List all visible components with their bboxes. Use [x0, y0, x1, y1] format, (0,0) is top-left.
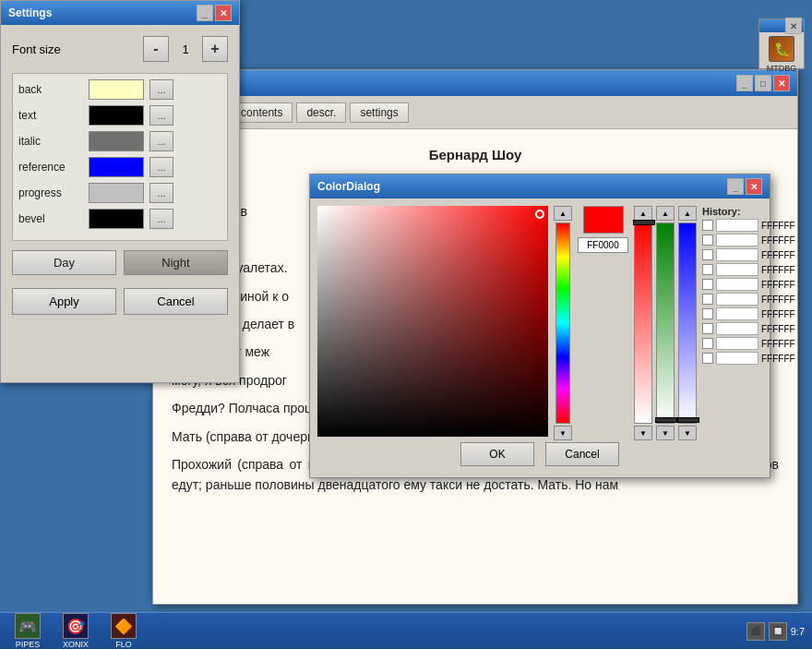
- color-swatch-reference[interactable]: [89, 157, 144, 177]
- font-size-row: Font size - 1 +: [12, 36, 228, 62]
- slider-r-track[interactable]: [634, 222, 652, 424]
- slider-g-column: ▲ ▼: [656, 206, 675, 442]
- history-hex-7: FFFFFF: [761, 324, 795, 334]
- pipes-icon: 🎮: [15, 613, 41, 639]
- reader-title: 0.7: [161, 77, 734, 90]
- xonix-icon: 🎯: [63, 613, 89, 639]
- history-row-1: FFFFFF: [702, 234, 795, 246]
- color-dialog-title: ColorDialog: [317, 180, 725, 193]
- history-swatch-3[interactable]: [716, 263, 758, 276]
- color-label-back: back: [18, 83, 83, 96]
- color-swatch-back[interactable]: [89, 79, 144, 100]
- history-check-8[interactable]: [702, 338, 713, 349]
- settings-minimize-btn[interactable]: _: [197, 5, 213, 21]
- color-more-back[interactable]: ...: [149, 79, 173, 100]
- mtdbg-body: 🐛 MTDBG: [765, 32, 799, 75]
- color-more-text[interactable]: ...: [149, 105, 173, 126]
- history-check-4[interactable]: [702, 279, 713, 290]
- reader-maximize-btn[interactable]: □: [755, 75, 771, 91]
- settings-btn[interactable]: settings: [350, 102, 408, 123]
- history-swatch-1[interactable]: [716, 234, 758, 246]
- tray-icon-0[interactable]: ⬛: [746, 622, 765, 641]
- settings-window: Settings _ ✕ Font size - 1 + back ...: [0, 0, 240, 383]
- color-label-progress: progress: [18, 186, 83, 199]
- rainbow-container: ▲ ▼: [554, 206, 572, 442]
- history-hex-1: FFFFFF: [761, 235, 795, 246]
- settings-close-btn[interactable]: ✕: [215, 5, 232, 21]
- history-row-0: FFFFFF: [702, 219, 795, 232]
- day-night-row: Day Night: [12, 250, 228, 275]
- color-more-reference[interactable]: ...: [149, 157, 173, 177]
- history-swatch-2[interactable]: [716, 248, 758, 261]
- history-swatch-0[interactable]: [716, 219, 758, 232]
- color-dialog-minimize-btn[interactable]: _: [727, 178, 744, 195]
- history-hex-8: FFFFFF: [761, 339, 795, 349]
- reader-minimize-btn[interactable]: _: [736, 75, 753, 91]
- font-decrease-btn[interactable]: -: [143, 36, 169, 62]
- rainbow-up-btn[interactable]: ▲: [554, 206, 572, 221]
- taskbar-item-xonix[interactable]: 🎯 XONIX: [52, 611, 100, 649]
- color-dialog-close-btn[interactable]: ✕: [746, 178, 762, 195]
- history-check-7[interactable]: [702, 323, 713, 334]
- settings-body: Font size - 1 + back ... text ...: [1, 25, 239, 326]
- color-swatch-text[interactable]: [89, 105, 144, 126]
- tray-icon-1[interactable]: 🔲: [769, 622, 787, 641]
- reader-close-btn[interactable]: ✕: [773, 75, 790, 91]
- history-hex-3: FFFFFF: [761, 265, 795, 275]
- history-swatch-9[interactable]: [716, 352, 758, 365]
- settings-title: Settings: [8, 6, 195, 19]
- slider-b-up[interactable]: ▲: [678, 206, 697, 221]
- history-row-5: FFFFFF: [702, 293, 795, 306]
- slider-g-thumb: [655, 417, 677, 423]
- color-swatch-italic[interactable]: [89, 131, 144, 151]
- day-btn[interactable]: Day: [12, 250, 116, 275]
- history-swatch-7[interactable]: [716, 322, 758, 335]
- rgb-sliders: ▲ ▼ ▲ ▼ ▲: [634, 206, 697, 442]
- color-dialog-body: ▲ ▼ ▲ ▼ ▲: [310, 198, 770, 450]
- history-check-0[interactable]: [702, 220, 713, 231]
- history-swatch-8[interactable]: [716, 337, 758, 350]
- color-gradient-picker[interactable]: [317, 206, 548, 437]
- taskbar-item-flo[interactable]: 🔶 FLO: [100, 611, 148, 649]
- history-check-2[interactable]: [702, 249, 713, 260]
- history-hex-4: FFFFFF: [761, 280, 795, 290]
- slider-r-up[interactable]: ▲: [634, 206, 652, 221]
- color-more-progress[interactable]: ...: [149, 183, 173, 203]
- history-swatch-6[interactable]: [716, 307, 758, 320]
- descr-btn[interactable]: descr.: [296, 102, 346, 123]
- color-swatch-progress[interactable]: [89, 183, 144, 203]
- history-check-6[interactable]: [702, 308, 713, 319]
- history-hex-5: FFFFFF: [761, 294, 795, 305]
- taskbar-item-pipes[interactable]: 🎮 PIPES: [4, 611, 52, 649]
- color-more-bevel[interactable]: ...: [149, 209, 173, 229]
- apply-btn[interactable]: Apply: [12, 288, 116, 315]
- font-increase-btn[interactable]: +: [202, 36, 228, 62]
- cancel-btn[interactable]: Cancel: [124, 288, 228, 315]
- slider-b-track[interactable]: [678, 222, 697, 424]
- history-hex-6: FFFFFF: [761, 309, 795, 319]
- hex-input[interactable]: [578, 237, 628, 253]
- history-panel: History: FFFFFF FFFFFF FFFFFF: [702, 206, 795, 442]
- history-swatch-4[interactable]: [716, 278, 758, 291]
- color-swatch-bevel[interactable]: [89, 209, 144, 229]
- system-tray: ⬛ 🔲 9:7: [746, 622, 808, 641]
- history-check-5[interactable]: [702, 294, 713, 305]
- history-check-3[interactable]: [702, 264, 713, 275]
- mtdbg-label: MTDBG: [767, 64, 797, 73]
- rainbow-strip[interactable]: [555, 222, 570, 424]
- contents-btn[interactable]: contents: [231, 102, 293, 123]
- slider-g-track[interactable]: [656, 222, 675, 424]
- slider-g-up[interactable]: ▲: [656, 206, 675, 221]
- history-check-9[interactable]: [702, 353, 713, 364]
- color-rows-container: back ... text ... italic ...: [12, 73, 228, 241]
- history-check-1[interactable]: [702, 234, 713, 246]
- history-swatch-5[interactable]: [716, 293, 758, 306]
- history-row-6: FFFFFF: [702, 307, 795, 320]
- color-dialog-ok-btn[interactable]: OK: [460, 442, 534, 466]
- color-dialog-cancel-btn[interactable]: Cancel: [545, 442, 619, 466]
- history-row-7: FFFFFF: [702, 322, 795, 335]
- settings-titlebar: Settings _ ✕: [1, 1, 239, 25]
- night-btn[interactable]: Night: [124, 250, 228, 275]
- color-more-italic[interactable]: ...: [149, 131, 173, 151]
- flo-icon: 🔶: [111, 613, 137, 639]
